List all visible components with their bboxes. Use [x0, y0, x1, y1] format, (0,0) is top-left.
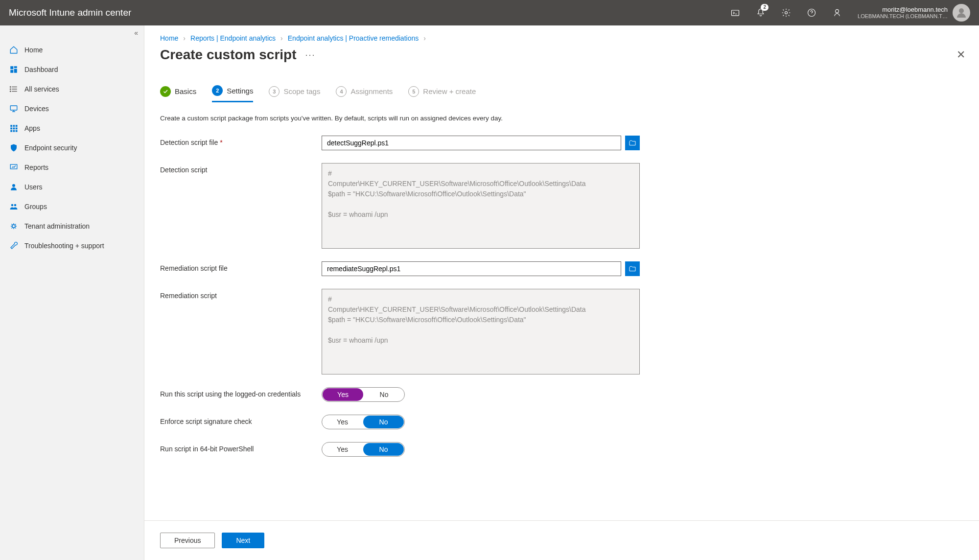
device-icon — [9, 104, 19, 114]
breadcrumb-reports[interactable]: Reports | Endpoint analytics — [190, 34, 276, 42]
sidebar-item-label: Dashboard — [24, 66, 58, 73]
detection-file-input[interactable] — [322, 136, 621, 150]
notifications-icon[interactable]: 2 — [751, 0, 770, 25]
cloud-shell-icon[interactable] — [725, 0, 745, 25]
svg-rect-13 — [10, 125, 12, 127]
apps-icon — [9, 123, 19, 133]
close-icon[interactable]: ✕ — [956, 48, 965, 61]
feedback-icon[interactable] — [827, 0, 847, 25]
sidebar-item-devices[interactable]: Devices — [0, 99, 144, 118]
wrench-icon — [9, 241, 19, 251]
breadcrumb-proactive[interactable]: Endpoint analytics | Proactive remediati… — [288, 34, 419, 42]
upload-remediation-button[interactable] — [625, 261, 640, 276]
breadcrumb: Home › Reports | Endpoint analytics › En… — [160, 34, 965, 42]
app-title: Microsoft Intune admin center — [9, 7, 131, 18]
sidebar-item-endpoint-security[interactable]: Endpoint security — [0, 138, 144, 158]
sidebar-item-all-services[interactable]: All services — [0, 79, 144, 99]
collapse-sidebar-icon[interactable]: « — [134, 29, 138, 37]
sidebar-item-users[interactable]: Users — [0, 177, 144, 197]
svg-point-1 — [785, 12, 788, 14]
sidebar-item-tenant-administration[interactable]: Tenant administration — [0, 216, 144, 236]
step-number: 2 — [212, 85, 223, 96]
remediation-script-label: Remediation script — [160, 289, 322, 300]
reports-icon — [9, 163, 19, 172]
svg-rect-15 — [16, 125, 18, 127]
step-basics[interactable]: Basics — [160, 85, 196, 102]
toggle-no[interactable]: No — [363, 416, 404, 428]
account-org: LOEBMANN.TECH (LOEBMANN.T… — [858, 13, 948, 20]
upload-detection-button[interactable] — [625, 136, 640, 150]
toggle-no[interactable]: No — [363, 443, 404, 456]
shield-icon — [9, 143, 19, 153]
sidebar-item-apps[interactable]: Apps — [0, 118, 144, 138]
notification-badge: 2 — [761, 4, 769, 11]
toggle-yes[interactable]: Yes — [323, 388, 363, 401]
detection-script-preview[interactable]: # Computer\HKEY_CURRENT_USER\Software\Mi… — [322, 163, 640, 249]
step-scope-tags[interactable]: 3Scope tags — [269, 85, 320, 102]
next-button[interactable]: Next — [222, 533, 264, 548]
more-actions-icon[interactable]: ··· — [305, 50, 316, 60]
toggle-yes[interactable]: Yes — [322, 443, 363, 456]
help-icon[interactable] — [802, 0, 821, 25]
svg-rect-5 — [10, 66, 13, 69]
step-assignments[interactable]: 4Assignments — [336, 85, 393, 102]
sidebar-item-groups[interactable]: Groups — [0, 197, 144, 216]
sidebar-item-label: All services — [24, 85, 59, 93]
remediation-script-preview[interactable]: # Computer\HKEY_CURRENT_USER\Software\Mi… — [322, 289, 640, 374]
detection-script-label: Detection script — [160, 163, 322, 174]
svg-point-9 — [10, 87, 11, 88]
step-label: Scope tags — [283, 87, 320, 95]
sidebar-item-label: Users — [24, 183, 43, 191]
remediation-file-input[interactable] — [322, 261, 621, 276]
tenant-icon — [9, 221, 19, 231]
svg-point-23 — [12, 184, 15, 187]
svg-point-26 — [12, 225, 15, 228]
step-label: Settings — [227, 87, 253, 95]
settings-icon[interactable] — [776, 0, 796, 25]
breadcrumb-home[interactable]: Home — [160, 34, 178, 42]
svg-point-4 — [959, 8, 964, 13]
avatar[interactable] — [953, 4, 970, 22]
svg-point-24 — [11, 204, 14, 207]
svg-rect-8 — [10, 70, 13, 73]
chevron-right-icon: › — [280, 34, 283, 42]
sidebar-item-dashboard[interactable]: Dashboard — [0, 60, 144, 79]
step-label: Review + create — [423, 87, 476, 95]
sidebar-item-label: Devices — [24, 105, 49, 113]
sidebar-item-label: Troubleshooting + support — [24, 242, 104, 250]
svg-rect-21 — [16, 130, 18, 132]
run-logged-on-label: Run this script using the logged-on cred… — [160, 387, 322, 398]
svg-rect-12 — [10, 106, 17, 110]
run-logged-on-toggle[interactable]: Yes No — [322, 387, 405, 402]
previous-button[interactable]: Previous — [160, 533, 215, 548]
enforce-sig-label: Enforce script signature check — [160, 415, 322, 425]
step-review-create[interactable]: 5Review + create — [408, 85, 476, 102]
svg-point-25 — [14, 204, 17, 207]
sidebar-item-home[interactable]: Home — [0, 40, 144, 60]
svg-rect-20 — [13, 130, 15, 132]
svg-rect-19 — [10, 130, 12, 132]
page-title: Create custom script — [160, 47, 297, 63]
sidebar-item-label: Apps — [24, 124, 40, 132]
sidebar: « HomeDashboardAll servicesDevicesAppsEn… — [0, 25, 144, 560]
step-number — [160, 86, 171, 97]
toggle-yes[interactable]: Yes — [322, 415, 363, 429]
sidebar-item-reports[interactable]: Reports — [0, 158, 144, 177]
account-menu[interactable]: moritz@loebmann.tech LOEBMANN.TECH (LOEB… — [858, 4, 970, 22]
remediation-file-label: Remediation script file — [160, 261, 322, 272]
dashboard-icon — [9, 65, 19, 74]
sidebar-item-label: Endpoint security — [24, 144, 77, 152]
groups-icon — [9, 202, 19, 211]
step-number: 5 — [408, 86, 419, 97]
chevron-right-icon: › — [423, 34, 426, 42]
sidebar-item-troubleshooting-support[interactable]: Troubleshooting + support — [0, 236, 144, 256]
user-icon — [9, 182, 19, 192]
run-64-toggle[interactable]: Yes No — [322, 442, 405, 457]
toggle-no[interactable]: No — [364, 388, 404, 401]
svg-rect-6 — [14, 66, 17, 68]
svg-rect-16 — [10, 128, 12, 130]
enforce-sig-toggle[interactable]: Yes No — [322, 415, 405, 429]
page-description: Create a custom script package from scri… — [160, 115, 965, 122]
svg-point-10 — [10, 89, 11, 90]
step-settings[interactable]: 2Settings — [212, 85, 253, 102]
